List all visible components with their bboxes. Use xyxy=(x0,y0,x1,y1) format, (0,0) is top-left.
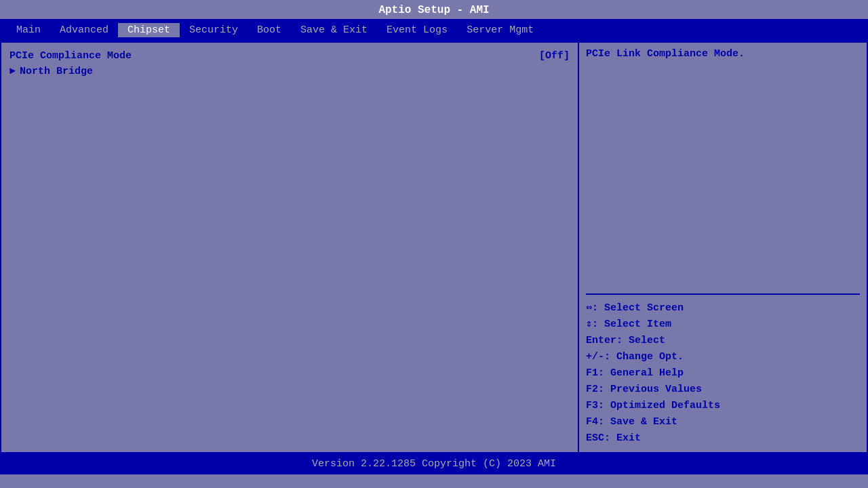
key-hint: ⇔: Select Screen xyxy=(586,300,860,317)
main-content: PCIe Compliance Mode [Off] ► North Bridg… xyxy=(0,41,868,453)
key-hint: ESC: Exit xyxy=(586,430,860,447)
menu-item-event-logs[interactable]: Event Logs xyxy=(377,23,457,37)
pcie-compliance-name: PCIe Compliance Mode xyxy=(9,50,539,62)
key-hint: F3: Optimized Defaults xyxy=(586,398,860,414)
left-panel: PCIe Compliance Mode [Off] ► North Bridg… xyxy=(1,43,579,452)
menu-item-security[interactable]: Security xyxy=(180,23,248,37)
footer: Version 2.22.1285 Copyright (C) 2023 AMI xyxy=(0,453,868,474)
key-hints: ⇔: Select Screen⇕: Select ItemEnter: Sel… xyxy=(586,300,860,447)
key-hint: F4: Save & Exit xyxy=(586,414,860,430)
footer-text: Version 2.22.1285 Copyright (C) 2023 AMI xyxy=(312,458,556,470)
north-bridge-label: North Bridge xyxy=(20,66,93,77)
menu-bar: MainAdvancedChipsetSecurityBootSave & Ex… xyxy=(0,19,868,41)
divider xyxy=(586,293,860,295)
key-hint: ⇕: Select Item xyxy=(586,317,860,333)
key-hint: +/-: Change Opt. xyxy=(586,349,860,365)
menu-item-save---exit[interactable]: Save & Exit xyxy=(291,23,377,37)
pcie-compliance-row[interactable]: PCIe Compliance Mode [Off] xyxy=(5,48,574,64)
menu-item-main[interactable]: Main xyxy=(7,23,50,37)
menu-item-boot[interactable]: Boot xyxy=(248,23,291,37)
right-panel: PCIe Link Compliance Mode. ⇔: Select Scr… xyxy=(579,43,867,452)
menu-item-chipset[interactable]: Chipset xyxy=(118,23,180,37)
key-hint: F2: Previous Values xyxy=(586,382,860,398)
nav-arrow-icon: ► xyxy=(9,66,16,77)
app-title: Aptio Setup - AMI xyxy=(378,4,489,16)
key-hint: F1: General Help xyxy=(586,365,860,382)
title-bar: Aptio Setup - AMI xyxy=(0,0,868,19)
menu-item-advanced[interactable]: Advanced xyxy=(50,23,118,37)
menu-item-server-mgmt[interactable]: Server Mgmt xyxy=(457,23,543,37)
pcie-compliance-value: [Off] xyxy=(539,50,570,62)
help-text: PCIe Link Compliance Mode. xyxy=(586,48,860,288)
key-hint: Enter: Select xyxy=(586,333,860,349)
north-bridge-nav[interactable]: ► North Bridge xyxy=(5,64,574,79)
